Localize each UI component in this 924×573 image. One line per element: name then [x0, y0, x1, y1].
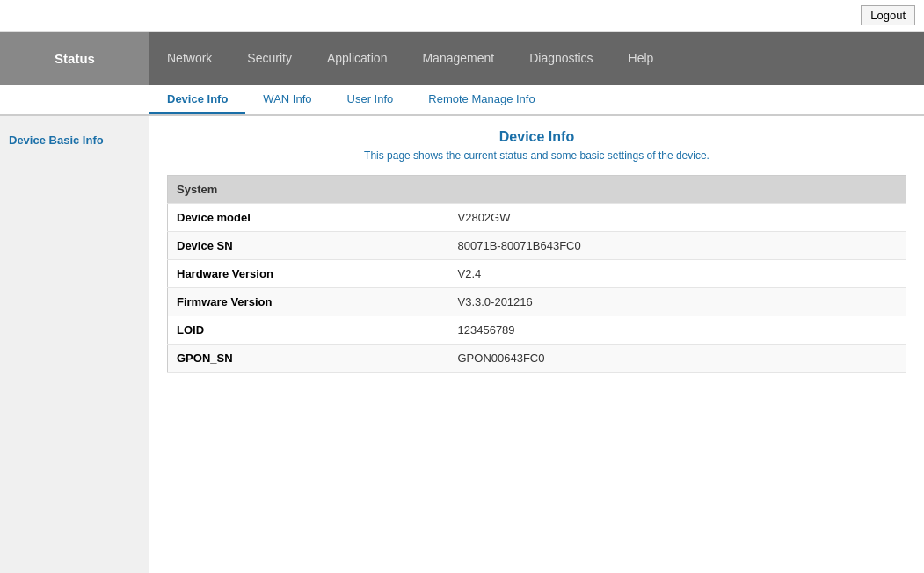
sidebar: Device Basic Info: [0, 116, 149, 573]
content-layout: Device Basic Info Device Info This page …: [0, 116, 924, 573]
subnav-user-info[interactable]: User Info: [330, 85, 411, 114]
nav-item-security[interactable]: Security: [229, 32, 309, 85]
nav-item-management[interactable]: Management: [404, 32, 512, 85]
table-row: Device modelV2802GW: [168, 204, 906, 232]
table-row: Hardware VersionV2.4: [168, 260, 906, 288]
top-bar: Logout: [0, 0, 924, 32]
sub-nav: Device Info WAN Info User Info Remote Ma…: [0, 85, 924, 116]
table-row: GPON_SNGPON00643FC0: [168, 345, 906, 373]
table-cell-label: Device model: [168, 204, 449, 232]
table-cell-label: LOID: [168, 316, 449, 345]
nav-item-application[interactable]: Application: [309, 32, 405, 85]
subnav-wan-info[interactable]: WAN Info: [245, 85, 329, 114]
logout-button[interactable]: Logout: [861, 5, 915, 25]
nav-items: Network Security Application Management …: [149, 32, 924, 85]
table-row: Device SN80071B-80071B643FC0: [168, 232, 906, 260]
table-section-header: System: [168, 176, 906, 204]
table-cell-value: GPON00643FC0: [449, 345, 906, 373]
table-cell-value: V2.4: [449, 260, 906, 288]
table-cell-label: Hardware Version: [168, 260, 449, 288]
table-cell-value: 123456789: [449, 316, 906, 345]
table-row: LOID123456789: [168, 316, 906, 345]
main-nav: Status Network Security Application Mana…: [0, 32, 924, 85]
status-label: Status: [0, 32, 149, 85]
subnav-device-info[interactable]: Device Info: [149, 85, 245, 114]
sidebar-item-device-basic-info[interactable]: Device Basic Info: [9, 129, 141, 151]
nav-item-diagnostics[interactable]: Diagnostics: [512, 32, 610, 85]
table-cell-value: V2802GW: [449, 204, 906, 232]
subnav-remote-manage-info[interactable]: Remote Manage Info: [411, 85, 552, 114]
table-cell-label: Device SN: [168, 232, 449, 260]
nav-item-help[interactable]: Help: [611, 32, 672, 85]
device-info-table: System Device modelV2802GWDevice SN80071…: [167, 175, 906, 373]
page-title: Device Info: [167, 129, 906, 145]
main-content: Device Info This page shows the current …: [149, 116, 924, 573]
page-subtitle: This page shows the current status and s…: [167, 149, 906, 162]
table-cell-label: Firmware Version: [168, 288, 449, 316]
table-row: Firmware VersionV3.3.0-201216: [168, 288, 906, 316]
table-cell-label: GPON_SN: [168, 345, 449, 373]
table-cell-value: 80071B-80071B643FC0: [449, 232, 906, 260]
nav-item-network[interactable]: Network: [149, 32, 229, 85]
table-cell-value: V3.3.0-201216: [449, 288, 906, 316]
